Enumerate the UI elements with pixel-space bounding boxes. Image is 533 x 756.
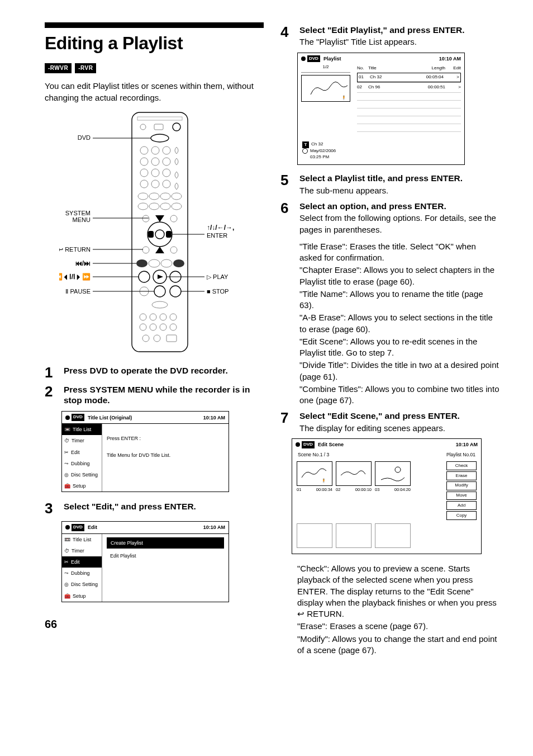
osd-edit: DVD Edit 10:10 AM 📼Title List ⏱Timer ✂Ed… — [61, 521, 229, 602]
osd-title: Edit Scene — [318, 441, 344, 448]
step-6-opt-1: "Title Erase": Erases the title. Select … — [299, 241, 499, 264]
osd-title-list: DVD Title List (Original) 10:10 AM 📼Titl… — [61, 411, 229, 492]
sidebar-item-timer[interactable]: ⏱Timer — [62, 435, 102, 446]
edit-row-create[interactable]: Create Playlist — [107, 537, 224, 549]
step-5: 5 Select a Playlist title, and press ENT… — [280, 173, 499, 196]
svg-point-25 — [172, 203, 182, 210]
svg-point-15 — [140, 180, 148, 188]
step-number: 3 — [45, 501, 58, 516]
page-title: Editing a Playlist — [45, 31, 264, 55]
step-4-sub: The "Playlist" Title List appears. — [299, 36, 499, 48]
osd-time: 10:10 AM — [203, 524, 225, 531]
svg-point-17 — [163, 180, 170, 188]
edit-row-editplaylist[interactable]: Edit Playlist — [107, 551, 224, 561]
svg-point-11 — [163, 158, 170, 166]
svg-point-13 — [151, 169, 159, 177]
scene-btn-move[interactable]: Move — [446, 492, 477, 500]
step-6-opt-3: "Title Name": Allows you to rename the t… — [299, 289, 499, 311]
svg-point-16 — [151, 180, 159, 188]
osd-title: Edit — [88, 524, 97, 531]
svg-point-37 — [173, 259, 184, 267]
sidebar-item-setup[interactable]: 🧰Setup — [62, 480, 102, 492]
playlist-info-title: Ch 32 — [311, 141, 323, 148]
step-6-sub: Select from the following options. For d… — [299, 212, 499, 235]
svg-rect-55 — [166, 335, 177, 342]
step-7-after-2: "Erase": Erases a scene (page 67). — [297, 621, 499, 632]
osd-time: 10:10 AM — [439, 55, 461, 62]
scene-btn-modify[interactable]: Modify — [446, 481, 477, 490]
svg-text:⏮/⏭: ⏮/⏭ — [75, 259, 91, 267]
step-7-after-1: "Check": Allows you to preview a scene. … — [297, 563, 499, 620]
scene-1[interactable]: 🧍 0100:00:34 — [297, 461, 332, 520]
scene-btn-add[interactable]: Add — [446, 501, 477, 510]
step-6-head: Select an option, and press ENTER. — [299, 201, 499, 211]
svg-point-32 — [142, 247, 149, 253]
svg-point-45 — [140, 314, 146, 320]
svg-point-20 — [160, 193, 170, 200]
scene-btn-erase[interactable]: Erase — [446, 471, 477, 480]
svg-point-18 — [138, 193, 148, 200]
svg-point-43 — [170, 286, 181, 297]
svg-point-10 — [151, 158, 159, 166]
svg-text:MENU: MENU — [73, 216, 91, 223]
sidebar-item-setup[interactable]: 🧰Setup — [62, 590, 102, 602]
scene-counter: Scene No.1 / 3 — [298, 452, 329, 458]
svg-point-35 — [149, 259, 160, 267]
svg-point-14 — [163, 169, 170, 177]
svg-point-27 — [170, 215, 177, 222]
step-2-head: Press SYSTEM MENU while the recorder is … — [64, 384, 264, 406]
scene-btn-copy[interactable]: Copy — [446, 511, 477, 520]
osd-title: Playlist — [323, 55, 341, 62]
intro-text: You can edit Playlist titles or scenes w… — [45, 80, 264, 103]
playlist-row-2[interactable]: 02 Ch 96 00:00:51 > — [357, 82, 461, 92]
step-6-opt-2: "Chapter Erase": Allows you to select ch… — [299, 264, 499, 287]
sidebar-item-dubbing[interactable]: ⤳Dubbing — [62, 568, 102, 579]
playlist-thumbnail: 🧍 — [301, 75, 350, 102]
step-7-head: Select "Edit Scene," and press ENTER. — [299, 410, 499, 421]
svg-text:⏪⏴Ⅰ/Ⅰ⏵⏩: ⏪⏴Ⅰ/Ⅰ⏵⏩ — [59, 272, 91, 281]
svg-point-33 — [170, 247, 177, 253]
sidebar-item-edit[interactable]: ✂Edit — [62, 556, 102, 568]
scene-btn-check[interactable]: Check — [446, 461, 477, 470]
osd-edit-scene: DVD Edit Scene 10:10 AM Scene No.1 / 3 P… — [292, 438, 482, 554]
step-5-sub: The sub-menu appears. — [299, 185, 499, 196]
step-3: 3 Select "Edit," and press ENTER. — [45, 501, 264, 516]
osd-playlist: DVD Playlist 10:10 AM 1/2 🧍 No. — [297, 53, 465, 166]
sidebar-item-timer[interactable]: ⏱Timer — [62, 545, 102, 556]
label-dvd: DVD — [78, 134, 91, 141]
svg-point-44 — [152, 301, 168, 308]
sidebar-item-discsetting[interactable]: ◎Disc Setting — [62, 579, 102, 590]
svg-point-77 — [395, 467, 401, 472]
scene-slot-empty — [336, 523, 372, 548]
sidebar-item-titlelist[interactable]: 📼Title List — [62, 534, 102, 545]
scene-3[interactable]: 0300:04:20 — [375, 461, 411, 520]
svg-text:■ STOP: ■ STOP — [207, 288, 229, 295]
format-badges: -RWVR -RVR — [45, 63, 264, 73]
sidebar-item-titlelist[interactable]: 📼Title List — [62, 424, 102, 435]
svg-point-23 — [149, 203, 159, 210]
svg-point-29 — [155, 230, 164, 239]
svg-point-42 — [154, 286, 165, 297]
svg-point-54 — [154, 335, 160, 342]
step-number: 7 — [280, 410, 294, 434]
svg-point-5 — [151, 134, 169, 142]
svg-point-7 — [151, 147, 159, 154]
remote-diagram: DVD SYSTEM MENU ↩ RETURN ⏮/⏭ ⏪⏴Ⅰ/Ⅰ⏵⏩ Ⅱ P… — [45, 109, 264, 355]
scene-2[interactable]: 0200:00:10 — [336, 461, 372, 520]
osd-main-line1: Press ENTER : — [107, 435, 224, 442]
osd-title: Title List (Original) — [88, 414, 132, 421]
playlist-row-1[interactable]: 01 Ch 32 00:05:04 > — [357, 73, 461, 82]
step-2: 2 Press SYSTEM MENU while the recorder i… — [45, 384, 264, 406]
playlist-info-date: May/02/2006 — [310, 148, 336, 154]
step-number: 6 — [280, 201, 294, 406]
sidebar-item-discsetting[interactable]: ◎Disc Setting — [62, 469, 102, 480]
step-6-opt-4: "A-B Erase": Allows you to select sectio… — [299, 312, 499, 335]
svg-point-48 — [170, 314, 177, 320]
svg-text:↩ RETURN: ↩ RETURN — [59, 246, 91, 253]
sidebar-item-edit[interactable]: ✂Edit — [62, 447, 102, 458]
svg-text:🧍: 🧍 — [341, 95, 346, 100]
step-4-head: Select "Edit Playlist," and press ENTER. — [299, 25, 499, 35]
step-5-head: Select a Playlist title, and press ENTER… — [299, 173, 499, 183]
svg-point-53 — [142, 335, 149, 342]
sidebar-item-dubbing[interactable]: ⤳Dubbing — [62, 458, 102, 469]
